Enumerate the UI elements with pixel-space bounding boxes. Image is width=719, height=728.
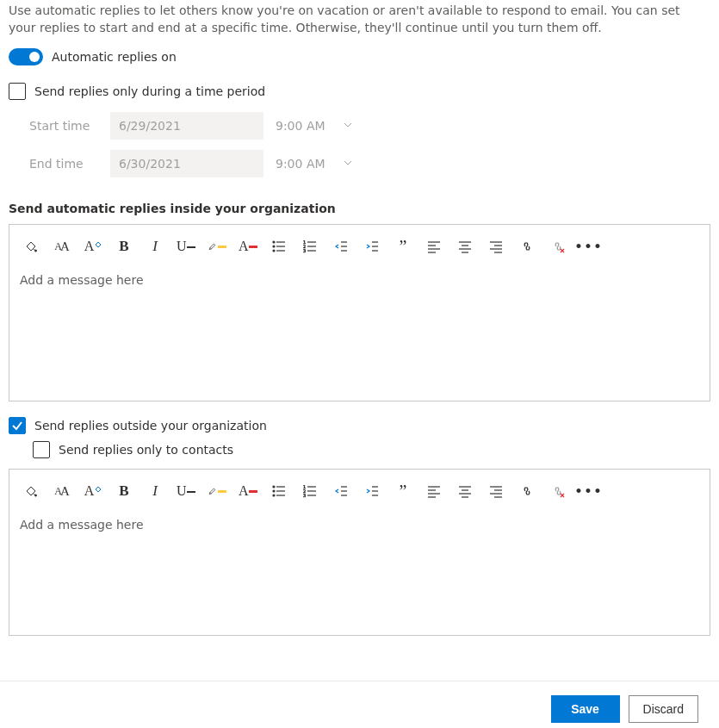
discard-button[interactable]: Discard <box>629 695 698 723</box>
svg-text:3: 3 <box>303 248 306 253</box>
font-color-button[interactable]: A <box>239 482 257 501</box>
inside-toolbar: AA A B I U A 123 ” ••• <box>9 225 710 259</box>
time-period-checkbox[interactable] <box>9 83 26 100</box>
numbered-list-icon[interactable]: 123 <box>301 237 319 256</box>
start-time-label: Start time <box>29 119 110 133</box>
outside-editor-body[interactable]: Add a message here <box>9 504 710 635</box>
outside-options: Send replies outside your organization S… <box>9 417 710 458</box>
font-size-icon[interactable]: A <box>84 482 102 501</box>
align-center-icon[interactable] <box>456 482 474 501</box>
underline-button[interactable]: U <box>177 482 195 501</box>
time-period-checkbox-row: Send replies only during a time period <box>9 83 710 100</box>
outside-checkbox-label[interactable]: Send replies outside your organization <box>34 419 267 432</box>
outdent-icon[interactable] <box>332 237 350 256</box>
toggle-knob <box>29 52 40 62</box>
outside-toolbar: AA A B I U A 123 ” ••• <box>9 470 710 504</box>
start-time-row: Start time 6/29/2021 9:00 AM <box>29 112 710 140</box>
bulleted-list-icon[interactable] <box>270 482 288 501</box>
insert-link-icon[interactable] <box>518 237 536 256</box>
end-date-field[interactable]: 6/30/2021 <box>110 150 263 177</box>
align-right-icon[interactable] <box>487 237 505 256</box>
save-button[interactable]: Save <box>551 695 620 723</box>
end-time-select[interactable]: 9:00 AM <box>276 157 353 171</box>
svg-point-46 <box>273 495 275 496</box>
svg-point-44 <box>273 490 275 492</box>
start-date-field[interactable]: 6/29/2021 <box>110 112 263 140</box>
auto-replies-toggle[interactable] <box>9 48 43 65</box>
bold-button[interactable]: B <box>115 482 133 501</box>
footer: Save Discard <box>0 681 719 728</box>
contacts-checkbox[interactable] <box>33 441 50 458</box>
start-time-value: 9:00 AM <box>276 119 325 133</box>
start-date-value: 6/29/2021 <box>119 119 181 133</box>
align-right-icon[interactable] <box>487 482 505 501</box>
start-time-select[interactable]: 9:00 AM <box>276 119 353 133</box>
outside-checkbox-row: Send replies outside your organization <box>9 417 710 434</box>
svg-text:3: 3 <box>303 493 306 498</box>
insert-link-icon[interactable] <box>518 482 536 501</box>
end-date-value: 6/30/2021 <box>119 157 181 171</box>
chevron-down-icon <box>343 157 353 171</box>
font-size-icon[interactable]: A <box>84 237 102 256</box>
align-left-icon[interactable] <box>425 482 443 501</box>
font-name-icon[interactable]: AA <box>53 482 71 501</box>
inside-editor-body[interactable]: Add a message here <box>9 259 710 401</box>
paint-format-icon[interactable] <box>22 482 40 501</box>
italic-button[interactable]: I <box>146 237 164 256</box>
outdent-icon[interactable] <box>332 482 350 501</box>
svg-point-41 <box>35 495 37 496</box>
svg-point-8 <box>35 250 37 252</box>
contacts-checkbox-row: Send replies only to contacts <box>33 441 710 458</box>
time-period-block: Start time 6/29/2021 9:00 AM End time 6/… <box>29 112 710 177</box>
end-time-label: End time <box>29 157 110 171</box>
svg-point-42 <box>273 486 275 488</box>
italic-button[interactable]: I <box>146 482 164 501</box>
indent-icon[interactable] <box>363 482 381 501</box>
more-options-icon[interactable]: ••• <box>580 482 598 501</box>
outside-editor: AA A B I U A 123 ” ••• Add a message her… <box>9 469 710 636</box>
remove-link-icon[interactable] <box>549 237 567 256</box>
inside-org-title: Send automatic replies inside your organ… <box>9 202 710 215</box>
end-time-row: End time 6/30/2021 9:00 AM <box>29 150 710 177</box>
font-name-icon[interactable]: AA <box>53 237 71 256</box>
more-options-icon[interactable]: ••• <box>580 237 598 256</box>
quote-button[interactable]: ” <box>394 237 412 256</box>
quote-button[interactable]: ” <box>394 482 412 501</box>
auto-replies-toggle-label: Automatic replies on <box>52 50 177 64</box>
svg-point-9 <box>273 241 275 243</box>
outside-checkbox[interactable] <box>9 417 26 434</box>
underline-button[interactable]: U <box>177 237 195 256</box>
svg-point-11 <box>273 246 275 247</box>
time-period-checkbox-label[interactable]: Send replies only during a time period <box>34 84 265 98</box>
highlight-icon[interactable] <box>208 237 226 256</box>
indent-icon[interactable] <box>363 237 381 256</box>
contacts-checkbox-label[interactable]: Send replies only to contacts <box>59 443 233 457</box>
remove-link-icon[interactable] <box>549 482 567 501</box>
font-color-button[interactable]: A <box>239 237 257 256</box>
svg-point-13 <box>273 250 275 252</box>
inside-editor: AA A B I U A 123 ” ••• Add a message her… <box>9 224 710 401</box>
auto-replies-toggle-row: Automatic replies on <box>9 48 710 65</box>
align-left-icon[interactable] <box>425 237 443 256</box>
align-center-icon[interactable] <box>456 237 474 256</box>
numbered-list-icon[interactable]: 123 <box>301 482 319 501</box>
bold-button[interactable]: B <box>115 237 133 256</box>
chevron-down-icon <box>343 119 353 133</box>
end-time-value: 9:00 AM <box>276 157 325 171</box>
bulleted-list-icon[interactable] <box>270 237 288 256</box>
description-text: Use automatic replies to let others know… <box>9 2 710 36</box>
paint-format-icon[interactable] <box>22 237 40 256</box>
highlight-icon[interactable] <box>208 482 226 501</box>
